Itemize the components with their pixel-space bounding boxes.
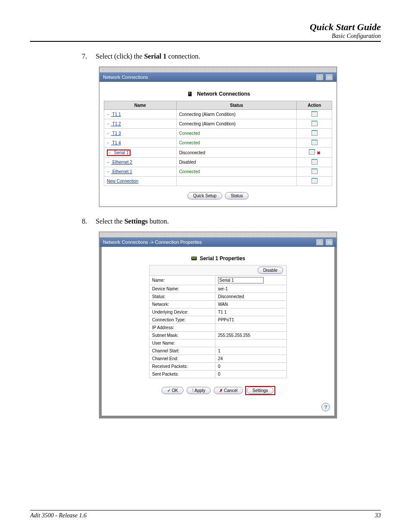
- step-7-text-bold: Serial 1: [144, 53, 166, 60]
- step-8-text-bold: Settings: [125, 218, 148, 225]
- property-value: PPPoT1: [215, 316, 287, 324]
- connection-status: Connected: [176, 167, 297, 177]
- titlebar-button-1[interactable]: ▫: [316, 74, 324, 81]
- connection-status: Connected: [176, 129, 297, 138]
- action-icon[interactable]: [311, 111, 318, 117]
- cable-icon: ⎓: [107, 131, 111, 136]
- col-action: Action: [297, 101, 332, 110]
- action-icon[interactable]: [311, 130, 318, 136]
- settings-button-highlight: Settings: [245, 386, 275, 395]
- titlebar-button-1[interactable]: ▫: [316, 239, 324, 246]
- connection-link[interactable]: ⎓ T1 1: [107, 112, 121, 117]
- connection-link[interactable]: ⎓ T1 3: [107, 131, 121, 136]
- connection-actions: ✖: [297, 148, 332, 158]
- cable-icon: ⎓: [107, 170, 111, 174]
- help-button[interactable]: ?: [321, 403, 330, 411]
- network-icon: [186, 90, 194, 97]
- window-grip: [100, 232, 336, 237]
- quick-setup-button[interactable]: Quick Setup: [187, 192, 222, 199]
- property-label: User Name:: [149, 339, 215, 347]
- property-value: [215, 339, 287, 347]
- action-icon[interactable]: [311, 159, 318, 165]
- screenshot-connection-properties: Network Connections -> Connection Proper…: [99, 232, 337, 418]
- connection-link[interactable]: ⎓ Serial 1: [107, 150, 131, 155]
- property-label: Underlying Device:: [149, 308, 215, 316]
- header-subtitle: Basic Configuration: [30, 33, 381, 40]
- new-connection-link[interactable]: New Connection: [104, 177, 177, 186]
- property-label: Device Name:: [149, 285, 215, 293]
- connection-status: Connected: [176, 138, 297, 148]
- property-value: 0: [215, 370, 287, 378]
- step-7-number: 7.: [82, 53, 94, 60]
- titlebar-button-2[interactable]: ▭: [325, 239, 333, 246]
- connection-actions: [297, 129, 332, 138]
- cable-icon: ⎓: [109, 151, 113, 155]
- property-value: ser-1: [215, 285, 287, 293]
- settings-button[interactable]: Settings: [247, 387, 274, 394]
- connection-link[interactable]: ⎓ Ethernet 2: [107, 160, 132, 165]
- connection-status: Connecting (Alarm Condition): [176, 110, 297, 119]
- page-header: Quick Start Guide Basic Configuration: [30, 22, 381, 42]
- panel-heading: 📟 Serial 1 Properties: [106, 251, 330, 265]
- ok-button[interactable]: ✓ OK: [162, 387, 184, 394]
- connection-link[interactable]: ⎓ T1 4: [107, 140, 121, 145]
- serial-icon: 📟: [191, 255, 197, 261]
- property-value: 255.255.255.255: [215, 332, 287, 339]
- step-7-text-post: connection.: [166, 53, 200, 60]
- properties-table: Disable Name:Device Name:ser-1Status:Dis…: [149, 265, 287, 378]
- connection-status: Connecting (Alarm Condition): [176, 119, 297, 129]
- property-label: IP Address:: [149, 324, 215, 332]
- connection-actions: [297, 167, 332, 177]
- connection-actions: [297, 138, 332, 148]
- apply-button[interactable]: ! Apply: [187, 387, 211, 394]
- step-7: 7. Select (click) the Serial 1 connectio…: [82, 53, 364, 60]
- action-icon[interactable]: [309, 149, 315, 155]
- titlebar-button-2[interactable]: ▭: [325, 74, 333, 81]
- cable-icon: ⎓: [107, 112, 111, 117]
- connections-table: Name Status Action ⎓ T1 1Connecting (Ala…: [104, 101, 332, 186]
- action-icon[interactable]: [311, 121, 318, 126]
- connection-actions: [297, 119, 332, 129]
- window-grip: [100, 67, 336, 72]
- step-7-text-pre: Select (click) the: [96, 53, 144, 60]
- connection-link[interactable]: ⎓ T1 2: [107, 121, 121, 126]
- screenshot-network-connections: Network Connections ▫ ▭ Network Connecti…: [99, 67, 337, 207]
- window-title: Network Connections -> Connection Proper…: [103, 240, 202, 245]
- new-connection-action[interactable]: [297, 177, 332, 186]
- property-label: Network:: [149, 301, 215, 308]
- step-8-text-pre: Select the: [96, 218, 125, 225]
- apply-icon: !: [192, 388, 193, 393]
- col-status: Status: [176, 101, 297, 110]
- step-8-number: 8.: [82, 218, 94, 225]
- property-label: Channel End:: [149, 355, 215, 363]
- action-icon[interactable]: [311, 168, 318, 174]
- cancel-icon: ✗: [219, 388, 223, 393]
- window-titlebar: Network Connections ▫ ▭: [100, 72, 336, 82]
- cancel-button[interactable]: ✗ Cancel: [214, 387, 243, 394]
- property-label: Received Packets:: [149, 363, 215, 370]
- new-printer-icon: [311, 178, 318, 184]
- property-label: Subnet Mask:: [149, 332, 215, 339]
- cable-icon: ⎓: [107, 160, 111, 165]
- disable-button[interactable]: Disable: [258, 267, 283, 274]
- property-value: [215, 324, 287, 332]
- step-8: 8. Select the Settings button.: [82, 218, 364, 225]
- name-input[interactable]: [218, 277, 264, 283]
- window-titlebar: Network Connections -> Connection Proper…: [100, 237, 336, 247]
- connection-status: Disabled: [176, 158, 297, 167]
- property-label: Channel Start:: [149, 347, 215, 355]
- cable-icon: ⎓: [107, 122, 111, 126]
- connection-link[interactable]: ⎓ Ethernet 1: [107, 169, 132, 174]
- connection-actions: [297, 158, 332, 167]
- property-value: T1 1: [215, 308, 287, 316]
- property-value: Disconnected: [215, 293, 287, 301]
- check-icon: ✓: [167, 388, 171, 393]
- connection-status: Disconnected: [176, 148, 297, 158]
- property-label: Status:: [149, 293, 215, 301]
- delete-icon[interactable]: ✖: [317, 150, 321, 156]
- action-icon[interactable]: [311, 140, 318, 145]
- panel-heading: Network Connections: [104, 86, 332, 101]
- window-title: Network Connections: [103, 75, 148, 80]
- col-name: Name: [104, 101, 177, 110]
- status-button[interactable]: Status: [225, 192, 248, 199]
